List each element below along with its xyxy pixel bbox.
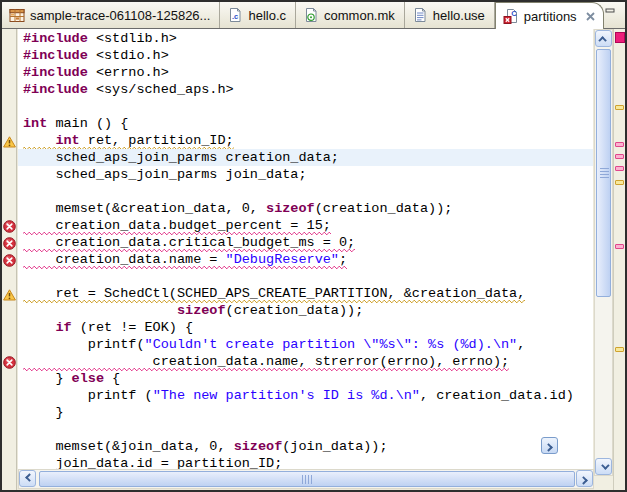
code-line-23[interactable]: } xyxy=(18,404,593,421)
scrollbar-corner xyxy=(594,476,613,490)
scroll-down-button[interactable] xyxy=(595,458,612,475)
code-line-12[interactable]: creation_data.budget_percent = 15; xyxy=(18,217,593,234)
tab-sample-trace-061108-125826[interactable]: sample-trace-061108-125826... xyxy=(2,2,220,28)
line-text: sched_aps_join_parms join_data; xyxy=(23,167,307,184)
line-text: sizeof(creation_data)); xyxy=(23,303,363,320)
vertical-scrollbar-thumb[interactable] xyxy=(596,49,611,297)
line-text: creation_data.budget_percent = 15; xyxy=(23,218,331,235)
warning-marker-icon[interactable] xyxy=(3,134,16,146)
inline-chevron-right-button[interactable] xyxy=(541,437,558,454)
c-file-icon: .c xyxy=(227,7,243,23)
code-line-16[interactable]: ret = SchedCtl(SCHED_APS_CREATE_PARTITIO… xyxy=(18,285,593,302)
overview-ruler xyxy=(613,29,625,490)
c-file-error-icon: C xyxy=(503,8,519,24)
line-text: int main () { xyxy=(23,116,128,133)
code-line-18[interactable]: if (ret != EOK) { xyxy=(18,319,593,336)
line-text: sched_aps_join_parms creation_data; xyxy=(23,150,339,167)
line-text: ret = SchedCtl(SCHED_APS_CREATE_PARTITIO… xyxy=(23,286,525,303)
line-text: printf("Couldn't create partition \"%s\"… xyxy=(23,337,525,354)
code-line-22[interactable]: printf ("The new partition's ID is %d.\n… xyxy=(18,387,593,404)
chevron-right-icon xyxy=(544,443,552,451)
overview-error-marker[interactable] xyxy=(615,166,624,171)
editor-tab-bar: sample-trace-061108-125826....chello.cco… xyxy=(2,2,625,29)
scroll-left-button[interactable] xyxy=(19,470,36,487)
overview-error-marker[interactable] xyxy=(615,154,624,159)
code-line-14[interactable]: creation_data.name = "DebugReserve"; xyxy=(18,251,593,268)
overview-error-marker[interactable] xyxy=(615,244,624,249)
overview-global-error-marker[interactable] xyxy=(615,32,625,43)
line-text: #include <stdlib.h> xyxy=(23,31,177,48)
code-editor-window: sample-trace-061108-125826....chello.cco… xyxy=(0,0,627,492)
svg-text:.c: .c xyxy=(232,12,238,21)
tab-hello-use[interactable]: hello.use xyxy=(405,2,495,28)
line-text: memset(&creation_data, 0, sizeof(creatio… xyxy=(23,201,452,218)
code-line-9[interactable]: sched_aps_join_parms join_data; xyxy=(18,166,593,183)
line-text: #include <stdio.h> xyxy=(23,48,169,65)
code-line-2[interactable]: #include <stdio.h> xyxy=(18,47,593,64)
tab-partitions[interactable]: Cpartitions xyxy=(495,2,604,29)
scrollbar-grip xyxy=(302,475,314,484)
line-text: memset(&join_data, 0, sizeof(join_data))… xyxy=(23,439,388,456)
code-line-5[interactable] xyxy=(18,98,593,115)
chevron-up-icon xyxy=(598,36,606,44)
overview-warning-marker[interactable] xyxy=(615,105,624,110)
code-line-13[interactable]: creation_data.critical_budget_ms = 0; xyxy=(18,234,593,251)
chevron-left-icon xyxy=(25,473,33,481)
code-line-3[interactable]: #include <errno.h> xyxy=(18,64,593,81)
line-text: #include <sys/sched_aps.h> xyxy=(23,82,234,99)
tab-label: common.mk xyxy=(324,8,395,23)
line-text: #include <errno.h> xyxy=(23,65,169,82)
code-line-15[interactable] xyxy=(18,268,593,285)
error-marker-icon[interactable] xyxy=(3,219,16,232)
vertical-scrollbar[interactable] xyxy=(594,29,613,476)
line-text: creation_data.name = "DebugReserve"; xyxy=(23,252,347,269)
error-marker-icon[interactable] xyxy=(3,253,16,266)
tab-hello-c[interactable]: .chello.c xyxy=(220,2,296,28)
svg-text:C: C xyxy=(511,9,517,18)
line-text: } else { xyxy=(23,371,120,388)
overview-warning-marker[interactable] xyxy=(615,180,624,185)
code-line-20[interactable]: creation_data.name, strerror(errno), err… xyxy=(18,353,593,370)
line-text: int ret, partition_ID; xyxy=(23,133,234,150)
code-line-25[interactable]: memset(&join_data, 0, sizeof(join_data))… xyxy=(18,438,593,455)
warning-marker-icon[interactable] xyxy=(3,287,16,299)
code-line-17[interactable]: sizeof(creation_data)); xyxy=(18,302,593,319)
chevron-down-icon xyxy=(601,461,609,469)
code-line-10[interactable] xyxy=(18,183,593,200)
code-line-21[interactable]: } else { xyxy=(18,370,593,387)
marker-gutter xyxy=(2,29,17,490)
overview-error-marker[interactable] xyxy=(615,142,624,147)
makefile-icon xyxy=(303,7,319,23)
line-text: creation_data.name, strerror(errno), err… xyxy=(23,354,509,371)
code-line-8[interactable]: sched_aps_join_parms creation_data; xyxy=(18,149,593,166)
code-line-1[interactable]: #include <stdlib.h> xyxy=(18,30,593,47)
line-text: printf ("The new partition's ID is %d.\n… xyxy=(23,388,574,405)
code-line-4[interactable]: #include <sys/sched_aps.h> xyxy=(18,81,593,98)
horizontal-scrollbar[interactable] xyxy=(18,469,594,489)
horizontal-scrollbar-thumb[interactable] xyxy=(39,471,575,487)
chevron-right-icon xyxy=(579,476,587,484)
code-line-19[interactable]: printf("Couldn't create partition \"%s\"… xyxy=(18,336,593,353)
minimize-button[interactable] xyxy=(604,5,618,17)
tab-label: partitions xyxy=(524,9,577,24)
tab-common-mk[interactable]: common.mk xyxy=(296,2,405,28)
tab-label: hello.c xyxy=(248,8,286,23)
code-line-24[interactable] xyxy=(18,421,593,438)
code-line-6[interactable]: int main () { xyxy=(18,115,593,132)
tab-close-button[interactable] xyxy=(585,10,597,22)
view-window-controls xyxy=(604,2,627,28)
scroll-right-button[interactable] xyxy=(576,470,593,487)
error-marker-icon[interactable] xyxy=(3,355,16,368)
code-line-26[interactable]: join_data.id = partition_ID; xyxy=(18,455,593,469)
tab-label: hello.use xyxy=(433,8,485,23)
trace-icon xyxy=(9,7,25,23)
scroll-up-button[interactable] xyxy=(595,30,612,47)
minimize-icon xyxy=(604,3,618,19)
overview-warning-marker[interactable] xyxy=(615,347,624,352)
error-marker-icon[interactable] xyxy=(3,236,16,249)
code-line-7[interactable]: int ret, partition_ID; xyxy=(18,132,593,149)
line-text: } xyxy=(23,405,64,422)
line-text: join_data.id = partition_ID; xyxy=(23,456,282,469)
code-line-11[interactable]: memset(&creation_data, 0, sizeof(creatio… xyxy=(18,200,593,217)
code-editor-area[interactable]: #include <stdlib.h>#include <stdio.h>#in… xyxy=(18,29,593,469)
